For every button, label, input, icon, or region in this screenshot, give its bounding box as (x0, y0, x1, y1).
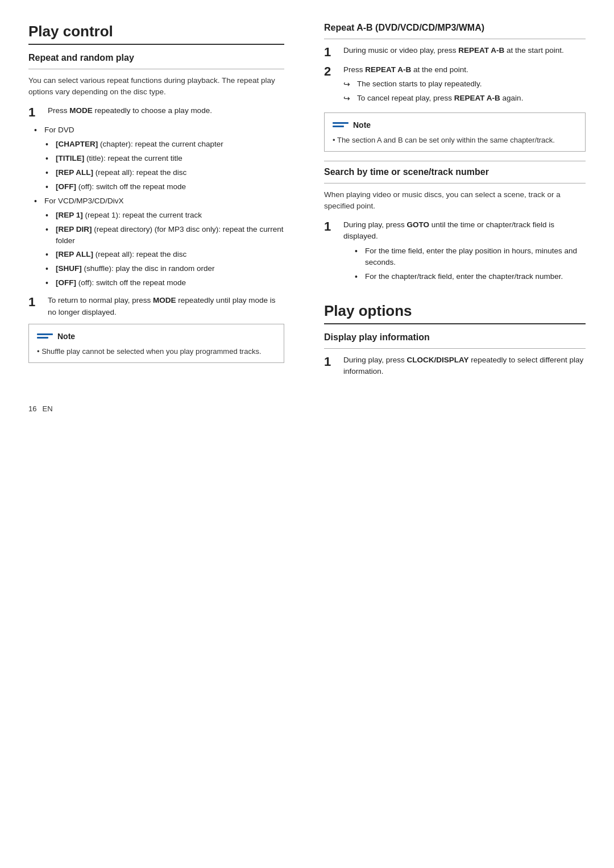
dvd-subitems: • [CHAPTER] (chapter): repeat the curren… (34, 139, 284, 193)
note-header: Note (37, 330, 276, 343)
repeat-ab-divider (324, 39, 586, 39)
page-title: Play control (28, 23, 284, 40)
search-divider (324, 183, 586, 183)
subsection-divider (28, 69, 284, 69)
vcd-item-shuf: • [SHUF] (shuffle): play the disc in ran… (45, 263, 284, 275)
dvd-label-text: For DVD (44, 124, 284, 136)
repeat-intro: You can select various repeat functions … (28, 75, 284, 98)
step-1-text: Press MODE repeatedly to choose a play m… (48, 105, 284, 116)
step-return-text: To return to normal play, press MODE rep… (48, 295, 284, 318)
search-step1-text: During play, press GOTO until the time o… (343, 219, 586, 285)
repeat-ab-step1: 1 During music or video play, press REPE… (324, 45, 586, 60)
search-sub-time: • For the time field, enter the play pos… (355, 245, 586, 269)
note-ab-label: Note (353, 120, 371, 130)
note-ab-header: Note (333, 119, 577, 131)
vcd-bullet-dot: • (34, 195, 42, 207)
search-divider-top (324, 161, 586, 161)
search-title: Search by time or scene/track number (324, 167, 586, 177)
step-1-mode: 1 Press MODE repeatedly to choose a play… (28, 105, 284, 120)
dvd-bullet-dot: • (34, 124, 42, 136)
note-content-shuffle: • Shuffle play cannot be selected when y… (37, 346, 276, 357)
note-ab-icon (333, 119, 349, 131)
dvd-item-repall: • [REP ALL] (repeat all): repeat the dis… (45, 167, 284, 179)
repeat-ab-step2: 2 Press REPEAT A-B at the end point. ↪ T… (324, 64, 586, 106)
page-number: 16 (28, 404, 36, 413)
display-step1-text: During play, press CLOCK/DISPLAY repeate… (343, 354, 586, 378)
vcd-item-rep1: • [REP 1] (repeat 1): repeat the current… (45, 210, 284, 222)
note-label: Note (57, 332, 75, 341)
note-icon (37, 330, 53, 343)
arrow-sym-1: ↪ (343, 78, 355, 90)
search-subitems: • For the time field, enter the play pos… (343, 245, 586, 283)
arrow-sym-2: ↪ (343, 93, 355, 105)
display-step1: 1 During play, press CLOCK/DISPLAY repea… (324, 354, 586, 378)
display-play-info-title: Display play information (324, 332, 586, 343)
mode-bold-2: MODE (153, 296, 176, 304)
note-box-shuffle: Note • Shuffle play cannot be selected w… (28, 324, 284, 364)
note-ab-content: • The section A and B can be set only wi… (333, 135, 577, 146)
vcd-item-repall: • [REP ALL] (repeat all): repeat the dis… (45, 249, 284, 261)
step-return-normal: 1 To return to normal play, press MODE r… (28, 295, 284, 318)
vcd-item-off: • [OFF] (off): switch off the repeat mod… (45, 277, 284, 289)
step-number-return: 1 (28, 295, 44, 310)
title-divider (28, 44, 284, 45)
arrow-2-text: To cancel repeat play, press REPEAT A-B … (357, 93, 586, 104)
display-step1-number: 1 (324, 354, 340, 369)
step-ab-1-number: 1 (324, 45, 340, 60)
dvd-item-title: • [TITILE] (title): repeat the current t… (45, 153, 284, 165)
vcd-label: • For VCD/MP3/CD/DivX (34, 195, 284, 207)
mode-bold: MODE (69, 106, 93, 115)
subsection-repeat-random-title: Repeat and random play (28, 53, 284, 63)
note-box-repeat-ab: Note • The section A and B can be set on… (324, 112, 586, 152)
display-info-divider (324, 348, 586, 349)
search-step1: 1 During play, press GOTO until the time… (324, 219, 586, 285)
step-ab-2-number: 2 (324, 64, 340, 79)
vcd-label-text: For VCD/MP3/CD/DivX (44, 195, 284, 207)
step-ab-1-text: During music or video play, press REPEAT… (343, 45, 586, 56)
search-step1-number: 1 (324, 219, 340, 234)
dvd-list: • For DVD • [CHAPTER] (chapter): repeat … (34, 124, 284, 290)
lang-label: EN (42, 404, 52, 413)
play-options-title: Play options (324, 302, 586, 320)
step-ab-2-text: Press REPEAT A-B at the end point. ↪ The… (343, 64, 586, 106)
dvd-item-off: • [OFF] (off): switch off the repeat mod… (45, 181, 284, 193)
page-footer: 16 EN (28, 404, 586, 413)
vcd-subitems: • [REP 1] (repeat 1): repeat the current… (34, 210, 284, 290)
play-options-title-rule (324, 323, 586, 324)
search-intro: When playing video or music discs, you c… (324, 189, 586, 212)
arrow-2: ↪ To cancel repeat play, press REPEAT A-… (343, 93, 586, 105)
dvd-item-chapter: • [CHAPTER] (chapter): repeat the curren… (45, 139, 284, 151)
step-number-1: 1 (28, 105, 44, 120)
dvd-label: • For DVD (34, 124, 284, 136)
play-options-section: Play options Display play information 1 … (324, 302, 586, 378)
vcd-item-repdir: • [REP DIR] (repeat directory) (for MP3 … (45, 224, 284, 247)
repeat-ab-title: Repeat A-B (DVD/VCD/CD/MP3/WMA) (324, 23, 586, 33)
arrow-1: ↪ The section starts to play repeatedly. (343, 78, 586, 90)
search-sub-chapter: • For the chapter/track field, enter the… (355, 271, 586, 283)
arrow-1-text: The section starts to play repeatedly. (357, 78, 586, 90)
